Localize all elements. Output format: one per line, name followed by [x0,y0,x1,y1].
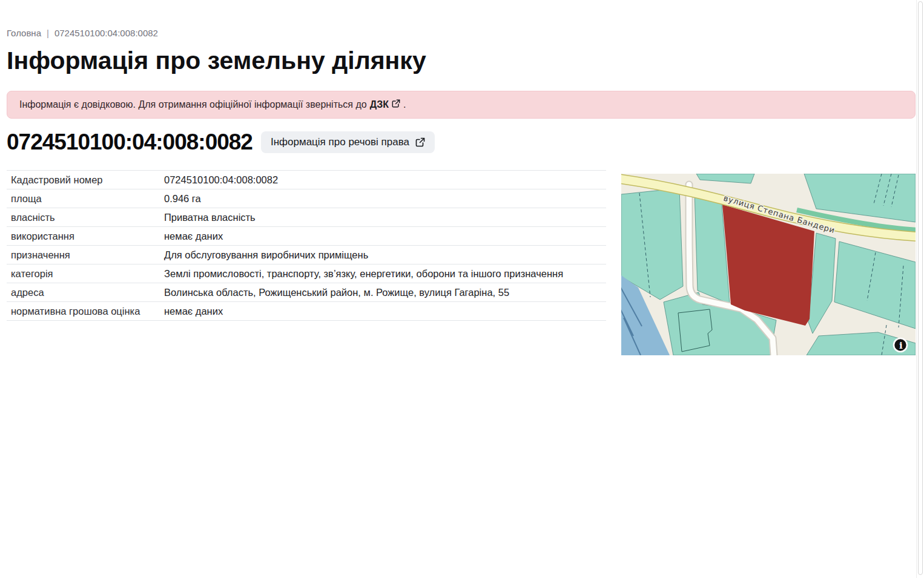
table-row: власність Приватна власність [7,208,606,226]
scrollbar-thumb[interactable] [918,1,923,575]
row-label: адреса [11,287,164,298]
scrollbar [916,0,924,578]
map-svg: вулиця Степана Бандери i [621,174,916,355]
rights-info-button-label: Інформація про речові права [271,136,409,148]
rights-info-button[interactable]: Інформація про речові права [261,131,435,153]
row-value: Для обслуговування виробничих приміщень [164,249,368,261]
dzk-link-label: ДЗК [370,99,389,110]
parcel-header: 0724510100:04:008:0082 Інформація про ре… [7,130,916,155]
alert-suffix: . [403,99,406,110]
row-label: призначення [11,249,164,261]
row-value: немає даних [164,231,223,242]
breadcrumb: Головна | 0724510100:04:008:0082 [7,28,916,38]
map-info-button[interactable]: i [894,338,907,352]
table-row: категорія Землі промисловості, транспорт… [7,264,606,283]
breadcrumb-separator: | [47,28,49,38]
row-label: нормативна грошова оцінка [11,306,164,317]
row-value: Землі промисловості, транспорту, зв’язку… [164,268,563,280]
table-row: нормативна грошова оцінка немає даних [7,301,606,320]
external-link-icon [415,137,425,147]
row-value: 0724510100:04:008:0082 [164,174,278,186]
row-label: використання [11,231,164,242]
table-row: Кадастровий номер 0724510100:04:008:0082 [7,170,606,189]
external-link-icon [392,99,400,110]
row-label: Кадастровий номер [11,174,164,186]
table-row: використання немає даних [7,226,606,245]
info-icon: i [899,340,903,351]
row-value: Волинська область, Рожищенський район, м… [164,287,509,298]
parcel-number: 0724510100:04:008:0082 [7,130,252,155]
row-label: власність [11,212,164,223]
table-row: площа 0.946 га [7,189,606,208]
row-value: Приватна власність [164,212,256,223]
row-label: площа [11,193,164,205]
reference-alert: Інформація є довідковою. Для отримання о… [7,91,916,119]
table-row: адреса Волинська область, Рожищенський р… [7,283,606,301]
page-title: Інформація про земельну ділянку [7,47,916,74]
breadcrumb-current: 0724510100:04:008:0082 [54,28,158,38]
row-label: категорія [11,268,164,280]
dzk-link[interactable]: ДЗК [370,99,400,110]
row-value: 0.946 га [164,193,201,205]
page: Головна | 0724510100:04:008:0082 Інформа… [0,0,924,578]
map-preview[interactable]: вулиця Степана Бандери i [621,174,916,355]
table-row: призначення Для обслуговування виробничи… [7,245,606,264]
details-table: Кадастровий номер 0724510100:04:008:0082… [7,170,606,321]
row-value: немає даних [164,306,223,317]
alert-text: Інформація є довідковою. Для отримання о… [19,99,367,110]
breadcrumb-home-link[interactable]: Головна [7,28,41,38]
